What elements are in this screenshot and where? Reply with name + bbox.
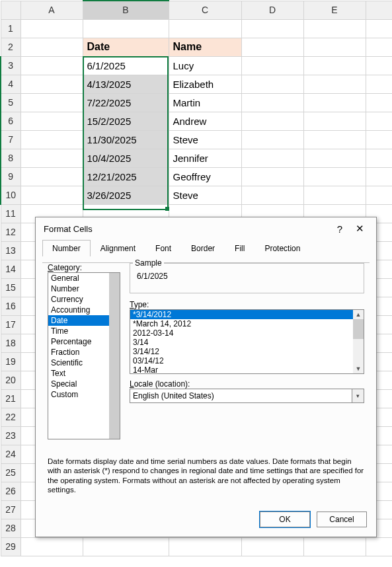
row-header[interactable]: 16	[1, 297, 20, 315]
cell[interactable]	[20, 75, 83, 93]
cell[interactable]	[20, 167, 83, 186]
column-header[interactable]: D	[241, 1, 303, 19]
cell[interactable]	[241, 537, 303, 556]
cell[interactable]	[241, 38, 303, 56]
scroll-up-icon[interactable]: ▲	[353, 310, 364, 319]
cell[interactable]: Martin	[169, 93, 241, 112]
cell[interactable]: Date	[83, 38, 169, 56]
row-header[interactable]: 18	[1, 334, 20, 352]
row-header[interactable]: 13	[1, 241, 20, 260]
cell[interactable]	[366, 112, 392, 130]
cell[interactable]	[20, 130, 83, 149]
cell[interactable]	[366, 130, 392, 149]
row-header[interactable]: 24	[1, 445, 20, 463]
type-item[interactable]: *March 14, 2012	[130, 319, 364, 328]
row-header[interactable]: 15	[1, 278, 20, 297]
column-header[interactable]: B	[83, 1, 169, 19]
row-header[interactable]: 2	[1, 38, 20, 56]
locale-dropdown[interactable]: English (United States) ▾	[130, 389, 364, 403]
cell[interactable]: 11/30/2025	[83, 130, 169, 149]
cell[interactable]	[20, 93, 83, 112]
type-item[interactable]: 03/14/12	[130, 356, 364, 365]
cell[interactable]: Lucy	[169, 56, 241, 75]
cell[interactable]	[169, 537, 241, 556]
help-button[interactable]: ?	[330, 223, 350, 235]
row-header[interactable]: 28	[1, 519, 20, 537]
cell[interactable]	[366, 537, 392, 556]
cell[interactable]	[20, 56, 83, 75]
tab-protection[interactable]: Protection	[255, 240, 310, 256]
scroll-down-icon[interactable]: ▼	[353, 364, 364, 373]
cell[interactable]	[20, 38, 83, 56]
type-item[interactable]: 14-Mar	[130, 365, 364, 374]
type-item[interactable]: *3/14/2012	[130, 310, 364, 319]
cell[interactable]: Elizabeth	[169, 75, 241, 93]
cell[interactable]	[366, 93, 392, 112]
cell[interactable]: Steve	[169, 186, 241, 204]
row-header[interactable]: 20	[1, 371, 20, 389]
column-header[interactable]: E	[303, 1, 366, 19]
cell[interactable]	[366, 186, 392, 204]
column-header[interactable]: A	[20, 1, 83, 19]
cell[interactable]	[303, 130, 366, 149]
tab-border[interactable]: Border	[181, 240, 225, 256]
tab-number[interactable]: Number	[42, 240, 91, 256]
tab-alignment[interactable]: Alignment	[91, 240, 145, 256]
row-header[interactable]: 11	[1, 204, 20, 223]
cell[interactable]: 15/2/2025	[83, 112, 169, 130]
cell[interactable]	[20, 112, 83, 130]
cell[interactable]: Andrew	[169, 112, 241, 130]
cell[interactable]	[303, 38, 366, 56]
cell[interactable]	[303, 537, 366, 556]
cell[interactable]	[303, 112, 366, 130]
cell[interactable]	[20, 149, 83, 167]
row-header[interactable]: 12	[1, 223, 20, 241]
cell[interactable]	[241, 93, 303, 112]
cell[interactable]	[303, 186, 366, 204]
cell[interactable]: Geoffrey	[169, 167, 241, 186]
cell[interactable]	[241, 130, 303, 149]
cell[interactable]	[303, 149, 366, 167]
chevron-down-icon[interactable]: ▾	[352, 389, 364, 402]
cell[interactable]	[366, 167, 392, 186]
cell[interactable]: 7/22/2025	[83, 93, 169, 112]
cell[interactable]	[366, 38, 392, 56]
cell[interactable]: 6/1/2025	[83, 56, 169, 75]
category-listbox[interactable]: GeneralNumberCurrencyAccountingDateTimeP…	[48, 272, 120, 439]
cell[interactable]	[241, 149, 303, 167]
column-header[interactable]	[366, 1, 392, 19]
row-header[interactable]: 9	[1, 167, 20, 186]
row-header[interactable]: 5	[1, 93, 20, 112]
row-header[interactable]: 27	[1, 500, 20, 519]
cell[interactable]	[241, 167, 303, 186]
cell[interactable]	[83, 19, 169, 38]
row-header[interactable]: 23	[1, 426, 20, 445]
select-all-corner[interactable]	[1, 1, 20, 19]
row-header[interactable]: 25	[1, 463, 20, 482]
row-header[interactable]: 4	[1, 75, 20, 93]
cell[interactable]	[169, 19, 241, 38]
row-header[interactable]: 26	[1, 482, 20, 500]
row-header[interactable]: 22	[1, 408, 20, 426]
row-header[interactable]: 17	[1, 315, 20, 334]
cell[interactable]: Jennifer	[169, 149, 241, 167]
cell[interactable]	[83, 537, 169, 556]
cell[interactable]	[366, 149, 392, 167]
cancel-button[interactable]: Cancel	[317, 511, 367, 527]
cell[interactable]: 3/26/2025	[83, 186, 169, 204]
row-header[interactable]: 6	[1, 112, 20, 130]
tab-fill[interactable]: Fill	[225, 240, 255, 256]
row-header[interactable]: 21	[1, 389, 20, 408]
cell[interactable]	[241, 56, 303, 75]
cell[interactable]	[303, 56, 366, 75]
cell[interactable]	[366, 19, 392, 38]
row-header[interactable]: 1	[1, 19, 20, 38]
type-listbox[interactable]: *3/14/2012*March 14, 20122012-03-143/143…	[130, 309, 364, 374]
row-header[interactable]: 3	[1, 56, 20, 75]
cell[interactable]: Steve	[169, 130, 241, 149]
cell[interactable]	[366, 75, 392, 93]
row-header[interactable]: 8	[1, 149, 20, 167]
row-header[interactable]: 10	[1, 186, 20, 204]
cell[interactable]	[303, 93, 366, 112]
tab-font[interactable]: Font	[145, 240, 181, 256]
